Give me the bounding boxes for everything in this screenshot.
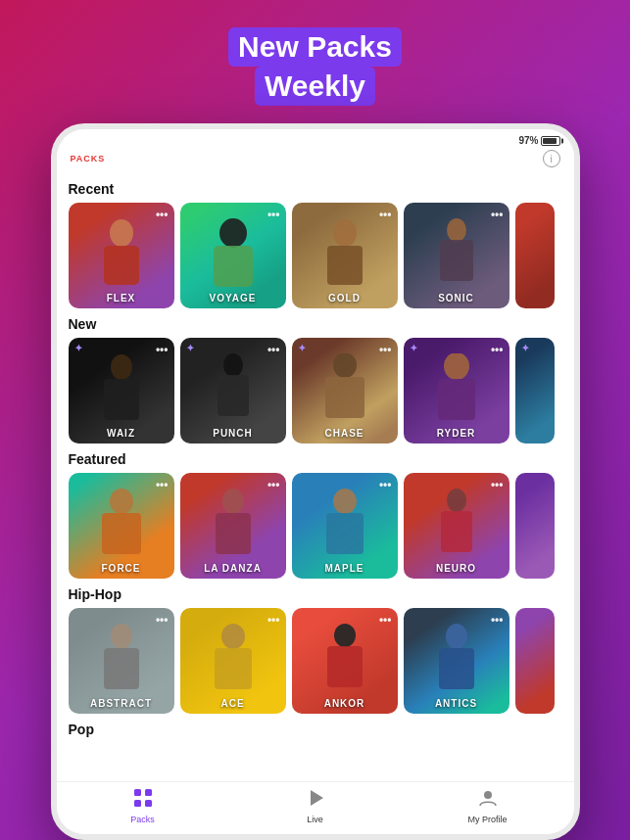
battery-fill bbox=[543, 138, 557, 144]
menu-dots-abstract[interactable]: ••• bbox=[156, 613, 169, 627]
new-packs-row: ✦ ••• WAIZ ✦ ••• PUNCH bbox=[69, 338, 562, 443]
menu-dots-sonic[interactable]: ••• bbox=[491, 208, 504, 221]
svg-point-16 bbox=[110, 489, 133, 514]
svg-point-10 bbox=[223, 353, 243, 377]
svg-point-14 bbox=[444, 353, 469, 380]
header-line1: New Packs bbox=[228, 27, 402, 67]
menu-dots-chase[interactable]: ••• bbox=[379, 343, 392, 356]
content-area: Recent ••• FLEX bbox=[57, 173, 574, 781]
card-label-force: FORCE bbox=[69, 563, 174, 574]
new-badge-waiz: ✦ bbox=[74, 343, 82, 353]
nav-item-profile[interactable]: My Profile bbox=[402, 788, 574, 824]
section-title-new: New bbox=[69, 316, 562, 332]
new-badge-partial: ✦ bbox=[521, 343, 529, 353]
pack-card-flex[interactable]: ••• FLEX bbox=[69, 203, 174, 308]
person-ankor bbox=[315, 624, 374, 702]
svg-point-18 bbox=[222, 489, 244, 514]
svg-point-12 bbox=[333, 353, 357, 378]
person-sonic bbox=[427, 218, 486, 297]
card-label-voyage: VOYAGE bbox=[180, 293, 286, 303]
menu-dots-flex[interactable]: ••• bbox=[156, 208, 169, 221]
person-force bbox=[92, 489, 151, 567]
svg-rect-27 bbox=[215, 648, 252, 689]
pack-card-neuro[interactable]: ••• NEURO bbox=[404, 473, 509, 579]
person-ladanza bbox=[204, 489, 263, 567]
card-label-flex: FLEX bbox=[69, 293, 174, 303]
card-label-ladanza: LA DANZA bbox=[180, 563, 286, 574]
pack-card-antics[interactable]: ••• ANTICS bbox=[404, 608, 509, 714]
pack-card-waiz[interactable]: ✦ ••• WAIZ bbox=[69, 338, 174, 443]
page-header: New Packs Weekly bbox=[228, 0, 402, 123]
battery-icon bbox=[541, 136, 560, 146]
menu-dots-waiz[interactable]: ••• bbox=[156, 343, 169, 356]
card-bg-partial-featured bbox=[515, 473, 555, 579]
menu-dots-maple[interactable]: ••• bbox=[379, 478, 392, 491]
card-label-punch: PUNCH bbox=[180, 428, 286, 439]
svg-rect-23 bbox=[441, 511, 472, 552]
pack-card-ace[interactable]: ••• ACE bbox=[180, 608, 286, 714]
pack-card-partial-recent[interactable] bbox=[515, 203, 555, 308]
svg-rect-32 bbox=[134, 789, 141, 796]
pack-card-chase[interactable]: ✦ ••• CHASE bbox=[292, 338, 398, 443]
menu-dots-ryder[interactable]: ••• bbox=[491, 343, 504, 356]
bottom-nav: Packs Live My Profile bbox=[57, 781, 574, 834]
pack-card-force[interactable]: ••• FORCE bbox=[69, 473, 174, 579]
menu-dots-neuro[interactable]: ••• bbox=[491, 478, 504, 491]
person-voyage bbox=[204, 218, 263, 297]
pack-card-ryder[interactable]: ✦ ••• RYDER bbox=[404, 338, 509, 443]
svg-rect-3 bbox=[214, 246, 253, 287]
nav-label-live: Live bbox=[307, 815, 323, 824]
svg-point-20 bbox=[333, 489, 357, 514]
menu-dots-ladanza[interactable]: ••• bbox=[267, 478, 280, 491]
packs-nav-icon bbox=[133, 788, 153, 813]
svg-point-6 bbox=[447, 218, 466, 242]
svg-rect-25 bbox=[104, 648, 139, 689]
menu-dots-force[interactable]: ••• bbox=[156, 478, 169, 491]
new-badge-chase: ✦ bbox=[298, 343, 306, 353]
pack-card-gold[interactable]: ••• GOLD bbox=[292, 203, 398, 308]
pack-card-sonic[interactable]: ••• SONIC bbox=[404, 203, 509, 308]
pack-card-ankor[interactable]: ••• ANKOR bbox=[292, 608, 398, 714]
menu-dots-ace[interactable]: ••• bbox=[267, 613, 280, 627]
svg-marker-36 bbox=[311, 790, 323, 806]
person-chase bbox=[315, 353, 374, 432]
pack-card-voyage[interactable]: ••• VOYAGE bbox=[180, 203, 286, 308]
live-nav-icon bbox=[306, 788, 325, 813]
new-badge-ryder: ✦ bbox=[410, 343, 417, 353]
svg-point-26 bbox=[221, 624, 245, 649]
nav-item-packs[interactable]: Packs bbox=[57, 788, 229, 824]
svg-rect-11 bbox=[218, 375, 249, 416]
card-label-chase: CHASE bbox=[292, 428, 398, 439]
pack-card-punch[interactable]: ✦ ••• PUNCH bbox=[180, 338, 286, 443]
pack-card-ladanza[interactable]: ••• LA DANZA bbox=[180, 473, 286, 579]
card-label-ryder: RYDER bbox=[404, 428, 509, 439]
pack-card-maple[interactable]: ••• MAPLE bbox=[292, 473, 398, 579]
menu-dots-voyage[interactable]: ••• bbox=[267, 208, 280, 221]
svg-rect-35 bbox=[145, 800, 152, 807]
menu-dots-gold[interactable]: ••• bbox=[379, 208, 392, 221]
svg-rect-21 bbox=[326, 513, 363, 554]
person-neuro bbox=[427, 489, 486, 567]
menu-dots-ankor[interactable]: ••• bbox=[379, 613, 392, 627]
person-flex bbox=[92, 218, 151, 297]
card-label-gold: GOLD bbox=[292, 293, 398, 303]
pack-card-partial-hiphop[interactable] bbox=[515, 608, 555, 714]
person-abstract bbox=[92, 624, 151, 702]
nav-item-live[interactable]: Live bbox=[229, 788, 402, 824]
pack-card-partial-new[interactable]: ✦ bbox=[515, 338, 555, 443]
nav-label-packs: Packs bbox=[130, 815, 155, 824]
top-bar: PACKS i bbox=[57, 148, 574, 173]
svg-rect-33 bbox=[145, 789, 152, 796]
profile-nav-icon bbox=[478, 788, 498, 813]
pack-card-abstract[interactable]: ••• ABSTRACT bbox=[69, 608, 174, 714]
svg-rect-17 bbox=[102, 513, 141, 554]
info-icon-button[interactable]: i bbox=[543, 150, 560, 167]
menu-dots-punch[interactable]: ••• bbox=[267, 343, 280, 356]
person-gold bbox=[315, 218, 374, 297]
svg-rect-34 bbox=[134, 800, 141, 807]
pack-card-partial-featured[interactable] bbox=[515, 473, 555, 579]
svg-point-0 bbox=[110, 219, 133, 247]
menu-dots-antics[interactable]: ••• bbox=[491, 613, 504, 627]
svg-rect-15 bbox=[438, 379, 475, 420]
svg-rect-1 bbox=[104, 246, 139, 285]
